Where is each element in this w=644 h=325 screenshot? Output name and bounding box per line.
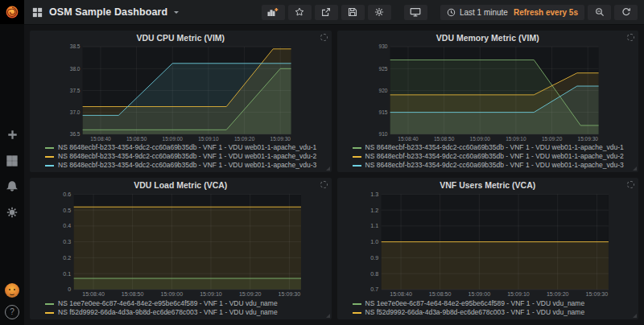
svg-text:38.0: 38.0 xyxy=(70,66,80,72)
svg-text:15:09:20: 15:09:20 xyxy=(541,136,562,142)
legend-series-label: NS 1ee7e0ee-6c87-4e64-84e2-e95be6c4f589 … xyxy=(58,299,278,308)
panel-title[interactable]: VDU CPU Metric (VIM) xyxy=(35,32,326,44)
svg-text:15:09:10: 15:09:10 xyxy=(506,136,526,142)
legend-series-label: NS 8648ecbf-b233-4354-9dc2-cc60a69b35db … xyxy=(58,161,316,170)
legend-item[interactable]: NS 8648ecbf-b233-4354-9dc2-cc60a69b35db … xyxy=(45,161,326,170)
svg-text:0.2: 0.2 xyxy=(63,255,71,261)
dashboard-settings-button[interactable] xyxy=(368,5,391,20)
chart-vnf-users[interactable]: 0.70.80.91.01.11.21.315:08:4015:08:5015:… xyxy=(343,191,634,298)
sidebar-nav xyxy=(6,129,19,218)
legend-item[interactable]: NS 8648ecbf-b233-4354-9dc2-cc60a69b35db … xyxy=(45,143,326,152)
chart-vdu-cpu[interactable]: 36.537.037.538.038.515:08:4015:08:5015:0… xyxy=(35,44,326,142)
legend-series-label: NS f52d9992-66da-4d3a-9b8d-ec6de678c003 … xyxy=(58,308,278,317)
panel-resize-handle[interactable] xyxy=(633,167,637,171)
legend-series-swatch xyxy=(45,156,54,158)
svg-text:15:09:30: 15:09:30 xyxy=(585,291,608,298)
legend-series-swatch xyxy=(45,165,54,167)
bell-icon[interactable] xyxy=(6,180,19,192)
svg-text:15:08:50: 15:08:50 xyxy=(428,291,451,298)
svg-text:920: 920 xyxy=(378,88,387,93)
svg-text:0.6: 0.6 xyxy=(63,191,71,198)
dashboards-grid-icon xyxy=(32,7,43,18)
legend-series-label: NS 8648ecbf-b233-4354-9dc2-cc60a69b35db … xyxy=(365,161,624,170)
zoom-out-button[interactable] xyxy=(588,5,611,20)
refresh-dashboard-button[interactable] xyxy=(614,5,638,20)
time-range-label: Last 1 minute xyxy=(460,8,508,17)
svg-text:15:09:10: 15:09:10 xyxy=(200,291,222,298)
svg-text:0.4: 0.4 xyxy=(63,223,71,229)
svg-text:15:09:30: 15:09:30 xyxy=(270,136,291,142)
legend-item[interactable]: NS 1ee7e0ee-6c87-4e64-84e2-e95be6c4f589 … xyxy=(45,299,326,308)
svg-text:15:09:00: 15:09:00 xyxy=(163,136,184,142)
legend-item[interactable]: NS 8648ecbf-b233-4354-9dc2-cc60a69b35db … xyxy=(353,152,634,161)
sidebar-bottom: ? xyxy=(5,283,19,319)
svg-text:15:08:40: 15:08:40 xyxy=(390,291,412,298)
legend-item[interactable]: NS 1ee7e0ee-6c87-4e64-84e2-e95be6c4f589 … xyxy=(353,299,634,308)
favorite-button[interactable] xyxy=(288,5,312,20)
legend-series-label: NS 1ee7e0ee-6c87-4e64-84e2-e95be6c4f589 … xyxy=(365,299,585,308)
panel-legend: NS 1ee7e0ee-6c87-4e64-84e2-e95be6c4f589 … xyxy=(35,298,326,317)
user-avatar[interactable] xyxy=(5,283,19,298)
legend-series-swatch xyxy=(45,147,54,149)
time-picker-button[interactable]: Last 1 minute Refresh every 5s xyxy=(440,5,584,20)
chart-vdu-load[interactable]: 00.10.20.30.40.50.615:08:4015:08:5015:09… xyxy=(35,191,326,298)
svg-text:0.8: 0.8 xyxy=(370,271,378,278)
legend-series-label: NS f52d9992-66da-4d3a-9b8d-ec6de678c003 … xyxy=(365,308,585,317)
panel-vdu-cpu-metric: VDU CPU Metric (VIM) 36.537.037.538.038.… xyxy=(30,31,332,172)
legend-series-swatch xyxy=(353,156,361,158)
panel-legend: NS 8648ecbf-b233-4354-9dc2-cc60a69b35db … xyxy=(35,142,326,170)
svg-text:15:09:30: 15:09:30 xyxy=(577,136,598,142)
panel-title[interactable]: VDU Load Metric (VCA) xyxy=(35,179,326,191)
svg-text:0.9: 0.9 xyxy=(370,255,378,261)
grafana-logo-icon[interactable] xyxy=(0,0,24,24)
panel-resize-handle[interactable] xyxy=(326,314,330,318)
panel-resize-handle[interactable] xyxy=(633,314,637,318)
save-icon xyxy=(348,7,357,17)
svg-text:36.5: 36.5 xyxy=(70,131,80,137)
panel-legend: NS 1ee7e0ee-6c87-4e64-84e2-e95be6c4f589 … xyxy=(343,298,634,317)
cycle-view-button[interactable] xyxy=(404,5,427,20)
panel-vdu-memory-metric: VDU Memory Metric (VIM) 9109159209259301… xyxy=(337,31,639,172)
sidebar: ? xyxy=(0,0,24,325)
dashboard-title-picker[interactable]: OSM Sample Dashboard xyxy=(32,6,179,18)
legend-item[interactable]: NS 8648ecbf-b233-4354-9dc2-cc60a69b35db … xyxy=(353,161,634,170)
panel-resize-handle[interactable] xyxy=(326,167,330,171)
legend-series-label: NS 8648ecbf-b233-4354-9dc2-cc60a69b35db … xyxy=(365,143,624,152)
page-title: OSM Sample Dashboard xyxy=(49,6,167,18)
legend-item[interactable]: NS 8648ecbf-b233-4354-9dc2-cc60a69b35db … xyxy=(45,152,326,161)
panel-vnf-users-metric: VNF Users Metric (VCA) 0.70.80.91.01.11.… xyxy=(337,178,639,319)
share-button[interactable] xyxy=(315,5,338,20)
add-panel-button[interactable] xyxy=(262,5,285,20)
svg-text:15:08:40: 15:08:40 xyxy=(82,291,105,298)
star-icon xyxy=(295,7,304,17)
svg-text:925: 925 xyxy=(378,66,387,72)
legend-item[interactable]: NS f52d9992-66da-4d3a-9b8d-ec6de678c003 … xyxy=(353,308,634,317)
grafana-app: ? OSM Sample Dashboard xyxy=(0,0,644,325)
save-button[interactable] xyxy=(341,5,365,20)
svg-text:15:08:50: 15:08:50 xyxy=(122,291,144,298)
panel-title[interactable]: VNF Users Metric (VCA) xyxy=(343,179,634,191)
svg-text:0.1: 0.1 xyxy=(63,271,71,278)
legend-item[interactable]: NS 8648ecbf-b233-4354-9dc2-cc60a69b35db … xyxy=(353,143,634,152)
legend-series-swatch xyxy=(45,303,54,305)
legend-series-swatch xyxy=(353,312,361,314)
legend-item[interactable]: NS f52d9992-66da-4d3a-9b8d-ec6de678c003 … xyxy=(45,308,326,317)
svg-text:15:09:10: 15:09:10 xyxy=(507,291,530,298)
svg-text:15:09:20: 15:09:20 xyxy=(239,291,262,298)
panel-refresh-spinner-icon xyxy=(627,181,634,188)
gear-icon[interactable] xyxy=(6,206,19,218)
dashboards-grid-icon[interactable] xyxy=(6,154,19,167)
main-column: OSM Sample Dashboard xyxy=(24,0,644,325)
svg-text:15:09:20: 15:09:20 xyxy=(234,136,255,142)
panel-refresh-spinner-icon xyxy=(627,34,634,41)
svg-text:15:09:20: 15:09:20 xyxy=(546,291,568,298)
clock-icon xyxy=(447,8,456,17)
help-icon[interactable]: ? xyxy=(5,305,19,319)
plus-icon[interactable] xyxy=(6,129,19,141)
panel-title[interactable]: VDU Memory Metric (VIM) xyxy=(343,32,634,44)
chart-vdu-memory[interactable]: 91091592092593015:08:4015:08:5015:09:001… xyxy=(343,44,634,142)
legend-series-label: NS 8648ecbf-b233-4354-9dc2-cc60a69b35db … xyxy=(58,143,316,152)
add-panel-icon xyxy=(267,7,279,17)
svg-text:0.7: 0.7 xyxy=(370,286,378,293)
svg-text:37.0: 37.0 xyxy=(70,109,80,115)
